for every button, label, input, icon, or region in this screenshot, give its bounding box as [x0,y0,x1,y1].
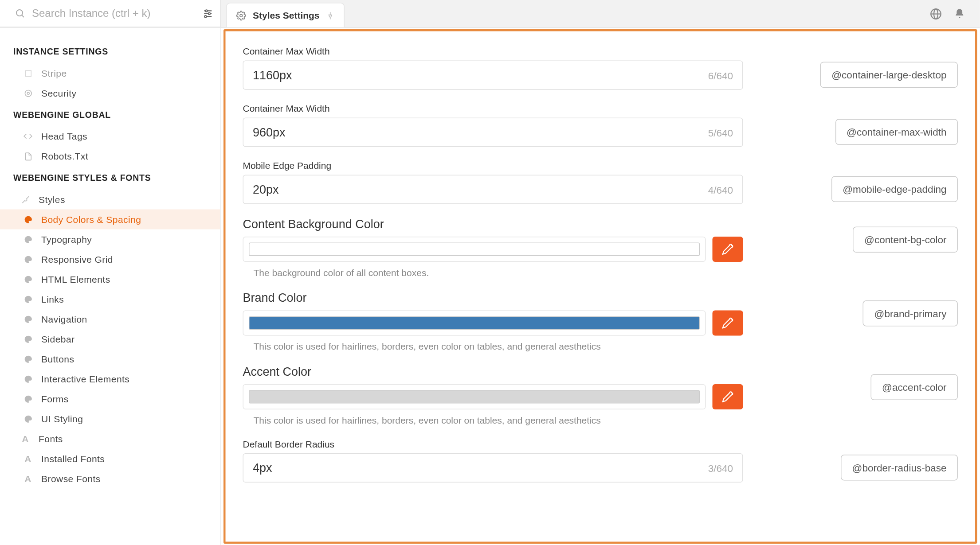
main-panel: Container Max Width 6/640 @container-lar… [223,29,977,544]
svg-point-6 [208,12,210,14]
svg-point-13 [25,90,31,97]
sliders-icon[interactable] [202,8,214,19]
color-swatch [249,243,700,256]
color-swatch [249,316,700,330]
search-container [0,0,221,27]
font-a-icon: A [23,453,33,464]
palette-icon [23,335,33,343]
variable-pill[interactable]: @mobile-edge-padding [831,176,958,202]
variable-pill[interactable]: @container-max-width [835,119,958,145]
sidebar-item-links[interactable]: Links [0,289,220,309]
tab-bar: Styles Settings [221,0,930,27]
svg-line-1 [22,16,24,18]
field-help: This color is used for hairlines, border… [243,341,743,352]
text-value[interactable] [253,461,708,475]
sidebar-item-typography[interactable]: Typography [0,230,220,249]
sidebar-item-stripe[interactable]: Stripe [0,63,220,83]
file-icon [23,152,33,161]
brush-icon [20,195,31,204]
field-brand-color: Brand Color This color is used for hairl… [243,291,958,352]
svg-point-7 [204,15,206,17]
palette-icon [23,215,33,224]
search-input[interactable] [32,8,202,19]
field-label: Brand Color [243,291,743,305]
palette-icon [23,354,33,363]
pin-icon[interactable] [326,11,335,20]
variable-pill[interactable]: @content-bg-color [853,227,958,253]
search-icon [15,8,25,19]
text-input[interactable]: 4/640 [243,175,743,204]
palette-icon [23,414,33,423]
text-input[interactable]: 5/640 [243,118,743,147]
sidebar-item-robots[interactable]: Robots.Txt [0,146,220,166]
color-swatch [249,390,700,404]
gear-icon [236,10,247,20]
sidebar-item-body-colors[interactable]: Body Colors & Spacing [0,210,220,230]
topbar-actions [930,0,980,27]
sidebar-item-buttons[interactable]: Buttons [0,349,220,369]
section-webengine-global: WEBENGINE GLOBAL [0,103,220,127]
color-input[interactable] [243,237,706,262]
sidebar-item-responsive-grid[interactable]: Responsive Grid [0,249,220,269]
sidebar-item-security[interactable]: Security [0,83,220,103]
field-help: This color is used for hairlines, border… [243,415,743,425]
field-label: Default Border Radius [243,439,743,449]
sidebar-item-forms[interactable]: Forms [0,389,220,409]
code-icon [23,132,33,141]
text-value[interactable] [253,183,708,197]
variable-pill[interactable]: @container-large-desktop [820,62,958,88]
char-counter: 3/640 [708,462,733,474]
gear-icon [23,89,33,97]
sidebar-item-navigation[interactable]: Navigation [0,309,220,329]
palette-icon [23,255,33,264]
sidebar-item-styles[interactable]: Styles [0,190,220,210]
color-picker-button[interactable] [713,384,743,409]
sidebar-item-head-tags[interactable]: Head Tags [0,126,220,146]
sidebar-item-installed-fonts[interactable]: A Installed Fonts [0,449,220,469]
svg-point-5 [205,10,207,12]
variable-pill[interactable]: @border-radius-base [841,455,958,481]
variable-pill[interactable]: @accent-color [871,374,958,401]
sidebar: INSTANCE SETTINGS Stripe Security WEBENG… [0,28,221,545]
color-input[interactable] [243,311,706,336]
field-mobile-edge-padding: Mobile Edge Padding 4/640 @mobile-edge-p… [243,160,958,204]
text-input[interactable]: 6/640 [243,61,743,90]
palette-icon [23,374,33,383]
sidebar-item-fonts[interactable]: A Fonts [0,429,220,449]
field-label: Accent Color [243,365,743,379]
field-label: Container Max Width [243,46,743,57]
field-content-bg-color: Content Background Color The background … [243,218,958,278]
field-label: Mobile Edge Padding [243,160,743,171]
variable-pill[interactable]: @brand-primary [863,300,958,327]
field-accent-color: Accent Color This color is used for hair… [243,365,958,426]
field-container-large-desktop: Container Max Width 6/640 @container-lar… [243,46,958,90]
field-label: Content Background Color [243,218,743,232]
sidebar-item-sidebar[interactable]: Sidebar [0,329,220,349]
globe-icon[interactable] [930,8,942,19]
color-input[interactable] [243,384,706,409]
font-a-icon: A [20,433,31,444]
text-value[interactable] [253,68,708,82]
palette-icon [23,295,33,304]
field-container-max-width: Container Max Width 5/640 @container-max… [243,103,958,147]
top-bar: Styles Settings [0,0,980,28]
svg-point-8 [240,14,243,17]
char-counter: 4/640 [708,184,733,195]
field-help: The background color of all content boxe… [243,267,743,278]
sidebar-item-ui-styling[interactable]: UI Styling [0,409,220,429]
tab-styles-settings[interactable]: Styles Settings [226,3,345,27]
sidebar-item-html-elements[interactable]: HTML Elements [0,269,220,289]
sidebar-item-interactive-elements[interactable]: Interactive Elements [0,369,220,389]
color-picker-button[interactable] [713,311,743,336]
palette-icon [23,315,33,323]
color-picker-button[interactable] [713,237,743,262]
font-a-icon: A [23,473,33,484]
sidebar-item-browse-fonts[interactable]: A Browse Fonts [0,469,220,489]
bell-icon[interactable] [954,8,965,19]
stripe-icon [23,69,33,78]
field-label: Container Max Width [243,103,743,114]
text-input[interactable]: 3/640 [243,453,743,483]
text-value[interactable] [253,125,708,140]
svg-point-12 [27,92,29,94]
char-counter: 6/640 [708,70,733,81]
